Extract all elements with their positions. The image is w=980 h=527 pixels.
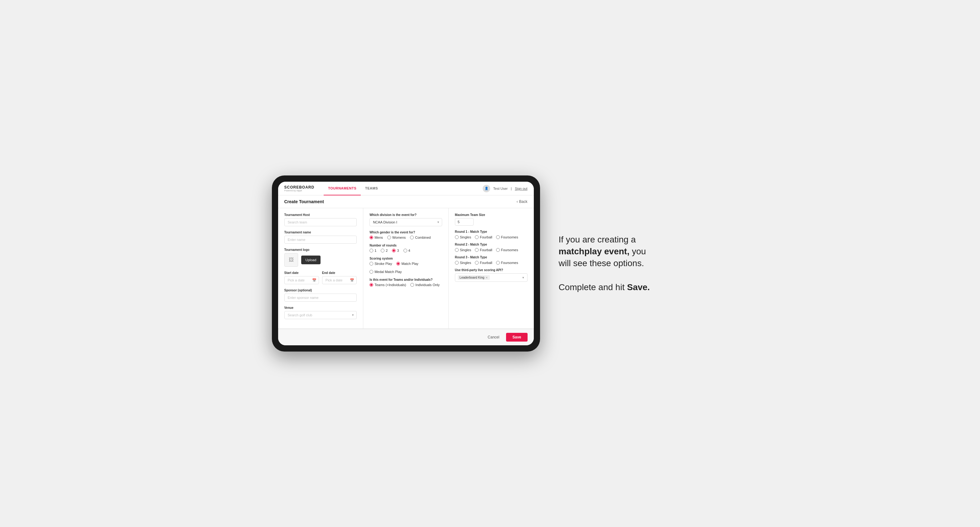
- match-play-option[interactable]: Match Play: [396, 262, 418, 265]
- tournament-host-input[interactable]: [284, 218, 357, 226]
- division-group: Which division is the event for? NCAA Di…: [369, 213, 442, 226]
- round1-singles-label: Singles: [460, 235, 471, 239]
- round1-fourball-radio[interactable]: [475, 235, 479, 239]
- round1-singles-radio[interactable]: [455, 235, 459, 239]
- venue-label: Venue: [284, 306, 357, 310]
- gender-combined-option[interactable]: Combined: [410, 236, 431, 239]
- gender-combined-radio[interactable]: [410, 236, 414, 239]
- teams-individuals-option[interactable]: Teams (+Individuals): [369, 283, 406, 287]
- round3-foursomes-option[interactable]: Foursomes: [496, 261, 518, 265]
- division-select[interactable]: NCAA Division I: [369, 218, 442, 226]
- nav-tabs: TOURNAMENTS TEAMS: [324, 182, 382, 195]
- round-2-option[interactable]: 2: [381, 249, 388, 252]
- header-right: 👤 Test User | Sign out: [483, 185, 528, 192]
- gender-womens-label: Womens: [392, 236, 406, 239]
- round2-fourball-option[interactable]: Fourball: [475, 248, 492, 252]
- upload-button[interactable]: Upload: [301, 256, 321, 264]
- stroke-play-radio[interactable]: [369, 262, 373, 265]
- tab-tournaments[interactable]: TOURNAMENTS: [324, 182, 361, 195]
- round1-fourball-option[interactable]: Fourball: [475, 235, 492, 239]
- end-date-field: End date 📅: [322, 271, 357, 284]
- form-col-right: Maximum Team Size Round 1 - Match Type S…: [449, 208, 534, 329]
- round-2-radio[interactable]: [381, 249, 385, 252]
- max-team-size-input[interactable]: [455, 218, 474, 225]
- round1-match-type-section: Round 1 - Match Type Singles Fourball: [455, 230, 528, 239]
- individuals-only-radio[interactable]: [410, 283, 414, 287]
- back-button[interactable]: ‹ Back: [517, 200, 528, 204]
- round3-foursomes-radio[interactable]: [496, 261, 500, 265]
- gender-mens-option[interactable]: Mens: [369, 236, 383, 239]
- round-3-option[interactable]: 3: [392, 249, 399, 252]
- gender-womens-radio[interactable]: [387, 236, 391, 239]
- round-4-radio[interactable]: [404, 249, 407, 252]
- tournament-name-input[interactable]: [284, 236, 357, 244]
- round2-foursomes-radio[interactable]: [496, 248, 500, 252]
- match-play-radio[interactable]: [396, 262, 400, 265]
- round-1-option[interactable]: 1: [369, 249, 376, 252]
- outer-wrapper: SCOREBOARD Powered by clippit TOURNAMENT…: [272, 175, 708, 352]
- individuals-only-label: Individuals Only: [415, 283, 440, 287]
- round3-fourball-radio[interactable]: [475, 261, 479, 265]
- gender-mens-radio[interactable]: [369, 236, 373, 239]
- round-2-label: 2: [386, 249, 388, 252]
- tournament-name-label: Tournament name: [284, 231, 357, 234]
- round2-foursomes-option[interactable]: Foursomes: [496, 248, 518, 252]
- tab-teams[interactable]: TEAMS: [361, 182, 382, 195]
- round3-singles-option[interactable]: Singles: [455, 261, 471, 265]
- teams-individuals-radio[interactable]: [369, 283, 373, 287]
- annotation-top: If you are creating a matchplay event, y…: [559, 234, 659, 269]
- round1-match-type-options: Singles Fourball Foursomes: [455, 235, 528, 239]
- round-1-label: 1: [374, 249, 376, 252]
- venue-input[interactable]: [284, 311, 357, 319]
- scoring-group: Scoring system Stroke Play Match Play: [369, 257, 442, 274]
- app-header: SCOREBOARD Powered by clippit TOURNAMENT…: [278, 182, 534, 195]
- teams-group: Is this event for Teams and/or Individua…: [369, 278, 442, 287]
- gender-mens-label: Mens: [374, 236, 383, 239]
- save-button[interactable]: Save: [506, 333, 527, 341]
- api-select-box[interactable]: Leaderboard King ✕ ▼: [455, 273, 528, 282]
- annotation-bottom: Complete and hit Save.: [559, 281, 659, 293]
- round2-singles-radio[interactable]: [455, 248, 459, 252]
- round-4-label: 4: [409, 249, 410, 252]
- form-col-mid: Which division is the event for? NCAA Di…: [363, 208, 449, 329]
- cancel-button[interactable]: Cancel: [484, 333, 503, 341]
- round3-singles-radio[interactable]: [455, 261, 459, 265]
- sponsor-label: Sponsor (optional): [284, 289, 357, 292]
- round3-singles-label: Singles: [460, 261, 471, 265]
- annotations: If you are creating a matchplay event, y…: [559, 234, 659, 293]
- round1-foursomes-radio[interactable]: [496, 235, 500, 239]
- round1-singles-option[interactable]: Singles: [455, 235, 471, 239]
- api-chevron-icon: ▼: [522, 276, 525, 279]
- sponsor-input[interactable]: [284, 294, 357, 302]
- individuals-only-option[interactable]: Individuals Only: [410, 283, 440, 287]
- sign-out-link[interactable]: Sign out: [515, 187, 527, 190]
- api-group: Use third-party live scoring API? Leader…: [455, 268, 528, 282]
- teams-label: Is this event for Teams and/or Individua…: [369, 278, 442, 281]
- round2-singles-option[interactable]: Singles: [455, 248, 471, 252]
- round-4-option[interactable]: 4: [404, 249, 410, 252]
- back-label: Back: [519, 200, 528, 204]
- max-team-size-group: Maximum Team Size: [455, 213, 528, 225]
- annotation-bottom-text1: Complete and hit: [559, 283, 627, 292]
- gender-radio-group: Mens Womens Combined: [369, 236, 442, 239]
- annotation-bottom-bold: Save.: [627, 283, 650, 292]
- stroke-play-label: Stroke Play: [374, 262, 392, 265]
- api-tag-remove-icon[interactable]: ✕: [485, 276, 488, 279]
- round2-singles-label: Singles: [460, 248, 471, 252]
- avatar: 👤: [483, 185, 490, 192]
- medal-match-play-radio[interactable]: [369, 270, 373, 274]
- round-1-radio[interactable]: [369, 249, 373, 252]
- round2-fourball-radio[interactable]: [475, 248, 479, 252]
- tablet-screen: SCOREBOARD Powered by clippit TOURNAMENT…: [278, 182, 534, 345]
- gender-womens-option[interactable]: Womens: [387, 236, 406, 239]
- division-label: Which division is the event for?: [369, 213, 442, 217]
- medal-match-play-option[interactable]: Medal Match Play: [369, 270, 402, 274]
- start-date-field: Start date 📅: [284, 271, 319, 284]
- round-3-radio[interactable]: [392, 249, 396, 252]
- round2-match-type-options: Singles Fourball Foursomes: [455, 248, 528, 252]
- stroke-play-option[interactable]: Stroke Play: [369, 262, 392, 265]
- tablet-frame: SCOREBOARD Powered by clippit TOURNAMENT…: [272, 175, 540, 352]
- round3-fourball-option[interactable]: Fourball: [475, 261, 492, 265]
- rounds-radio-group: 1 2 3 4: [369, 249, 442, 252]
- round1-foursomes-option[interactable]: Foursomes: [496, 235, 518, 239]
